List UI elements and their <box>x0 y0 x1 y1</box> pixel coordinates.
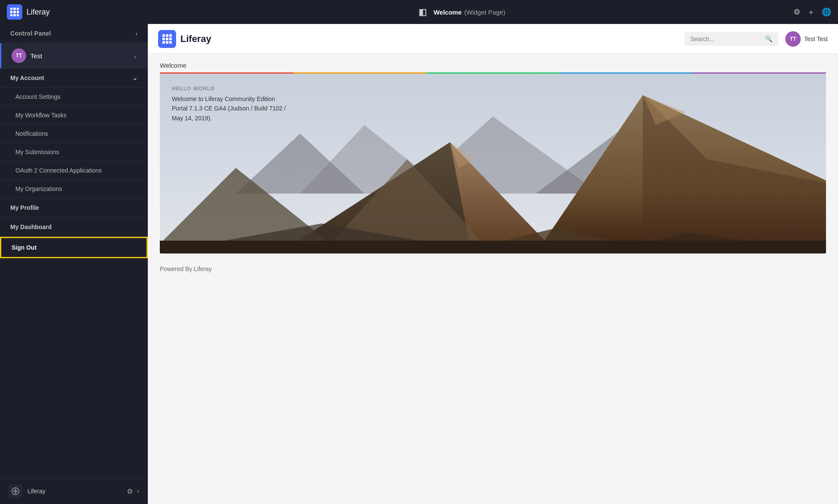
app-logo-icon <box>7 4 22 20</box>
sidebar-item-notifications[interactable]: Notifications <box>0 125 148 143</box>
hero-text-overlay: HELLO WORLD Welcome to Liferay Community… <box>172 86 292 123</box>
grid-dot <box>10 14 12 16</box>
grid-dot <box>17 8 19 10</box>
settings-icon-btn[interactable]: ⚙ <box>793 7 800 17</box>
sidebar-item-oauth2[interactable]: OAuth 2 Connected Applications <box>0 161 148 180</box>
app-name: Liferay <box>27 8 50 17</box>
sidebar-item-my-profile[interactable]: My Profile <box>0 198 148 218</box>
grid-dot <box>166 38 168 40</box>
sidebar-item-my-submissions[interactable]: My Submissions <box>0 143 148 161</box>
user-row-arrow: ⌄ <box>133 53 138 59</box>
app-logo: Liferay <box>7 4 127 20</box>
sidebar: Control Panel › TT Test ⌄ My Account ⌄ A… <box>0 24 148 504</box>
gear-bottom-icon[interactable]: ⚙ <box>127 487 133 495</box>
grid-dot <box>17 14 19 16</box>
grid-dot <box>162 41 165 44</box>
add-icon-btn[interactable]: ＋ <box>807 7 815 17</box>
grid-dot <box>166 34 168 37</box>
grid-dot <box>162 38 165 40</box>
search-icon: 🔍 <box>765 36 772 42</box>
grid-dot <box>166 41 168 44</box>
liferay-bottom-label: Liferay <box>27 488 45 495</box>
page-title-bar: ◧ Welcome (Widget Page) <box>132 5 788 19</box>
sidebar-item-account-settings[interactable]: Account Settings <box>0 88 148 106</box>
my-account-arrow: ⌄ <box>132 75 138 81</box>
search-input[interactable] <box>690 36 762 42</box>
sidebar-sign-out-button[interactable]: Sign Out <box>0 237 148 258</box>
grid-dot <box>169 34 172 37</box>
control-panel-arrow: › <box>135 30 138 37</box>
hero-section: HELLO WORLD Welcome to Liferay Community… <box>160 74 826 253</box>
control-panel-label: Control Panel <box>10 30 51 37</box>
page-title: Welcome <box>434 9 462 16</box>
content-area: Liferay 🔍 TT Test Test Welcome HELLO WOR… <box>148 24 838 504</box>
top-bar-actions: ⚙ ＋ 🌐 <box>793 7 831 17</box>
sidebar-toggle-icon[interactable]: ◧ <box>415 5 430 19</box>
header-user-name: Test Test <box>804 36 828 42</box>
globe-icon-btn[interactable]: 🌐 <box>822 7 831 17</box>
header-logo-text: Liferay <box>180 33 211 45</box>
grid-dot <box>162 34 165 37</box>
grid-dot <box>13 11 15 13</box>
grid-icon <box>10 8 19 16</box>
sidebar-my-account-header[interactable]: My Account ⌄ <box>0 69 148 88</box>
bottom-arrow-icon: › <box>137 487 139 495</box>
grid-dot <box>169 41 172 44</box>
grid-dot <box>13 14 15 16</box>
powered-by-label: Powered By Liferay <box>160 265 212 272</box>
sidebar-item-control-panel[interactable]: Control Panel › <box>0 24 148 43</box>
search-bar[interactable]: 🔍 <box>684 32 778 46</box>
content-header: Liferay 🔍 TT Test Test <box>148 24 838 54</box>
sidebar-bottom-actions: ⚙ › <box>127 487 139 495</box>
sidebar-user-row[interactable]: TT Test ⌄ <box>0 43 148 69</box>
hero-hello-label: HELLO WORLD <box>172 86 292 92</box>
sidebar-item-my-workflow-tasks[interactable]: My Workflow Tasks <box>0 106 148 125</box>
hero-description: Welcome to Liferay Community Edition Por… <box>172 94 292 123</box>
page-type: (Widget Page) <box>464 9 506 16</box>
grid-dot <box>13 8 15 10</box>
content-body: Welcome HELLO WORLD Welcome to Liferay C… <box>148 54 838 504</box>
my-account-label: My Account <box>10 75 44 81</box>
content-logo-icon <box>158 30 176 48</box>
svg-rect-18 <box>160 241 826 253</box>
user-initials: TT <box>16 53 22 59</box>
footer-bar: Powered By Liferay <box>148 253 838 284</box>
main-layout: Control Panel › TT Test ⌄ My Account ⌄ A… <box>0 24 838 504</box>
sidebar-bottom-left: Liferay <box>9 484 45 498</box>
header-user-avatar: TT <box>785 31 801 47</box>
content-logo: Liferay <box>158 30 211 48</box>
sidebar-bottom-liferay[interactable]: Liferay ⚙ › <box>0 478 148 504</box>
grid-dot <box>17 11 19 13</box>
grid-dot <box>169 38 172 40</box>
user-name: Test <box>30 52 42 60</box>
grid-dot <box>10 8 12 10</box>
content-grid-icon <box>162 34 172 44</box>
welcome-label: Welcome <box>148 54 838 72</box>
sidebar-item-my-dashboard[interactable]: My Dashboard <box>0 218 148 237</box>
sidebar-item-my-organizations[interactable]: My Organizations <box>0 180 148 198</box>
liferay-bottom-icon <box>9 484 22 498</box>
avatar: TT <box>12 48 26 63</box>
top-bar: Liferay ◧ Welcome (Widget Page) ⚙ ＋ 🌐 <box>0 0 838 24</box>
grid-dot <box>10 11 12 13</box>
header-user[interactable]: TT Test Test <box>785 31 828 47</box>
